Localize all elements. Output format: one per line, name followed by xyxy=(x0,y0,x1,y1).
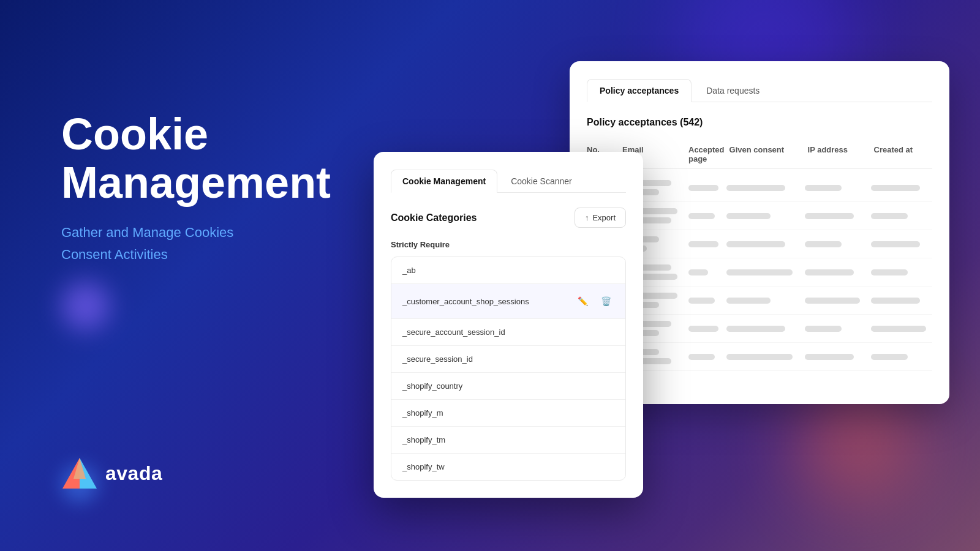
logo-area: avada xyxy=(61,457,162,490)
tab-cookie-scanner[interactable]: Cookie Scanner xyxy=(500,170,583,193)
ph-created xyxy=(871,269,908,276)
categories-title: Cookie Categories xyxy=(391,212,477,223)
cookie-name-shopify-country: _shopify_country xyxy=(402,381,462,391)
ph-ip xyxy=(805,241,842,247)
export-button[interactable]: ↑ Export xyxy=(575,208,626,228)
ph-ip xyxy=(805,326,842,332)
ph-consent xyxy=(726,326,785,332)
ph-ip xyxy=(805,213,854,219)
ph-page xyxy=(688,326,718,332)
cookie-item-shopify-tw[interactable]: _shopify_tw xyxy=(391,454,625,480)
strictly-required-label: Strictly Require xyxy=(391,240,626,249)
cookie-item-customer-account[interactable]: _customer_account_shop_sessions ✏️ 🗑️ xyxy=(391,284,625,319)
ph-ip xyxy=(805,298,860,304)
cookie-item-actions: ✏️ 🗑️ xyxy=(574,293,614,310)
ph-consent xyxy=(726,185,785,191)
ph-page xyxy=(688,298,715,304)
ph-created xyxy=(871,298,920,304)
cookie-tabs-row: Cookie Management Cookie Scanner xyxy=(391,169,626,193)
cookie-name-customer-account: _customer_account_shop_sessions xyxy=(402,297,529,306)
hero-section: Cookie Management Gather and Manage Cook… xyxy=(61,110,331,265)
ph-consent xyxy=(726,269,793,276)
cookie-item-shopify-tm[interactable]: _shopify_tm xyxy=(391,427,625,454)
ph-ip xyxy=(805,354,854,360)
ph-consent xyxy=(726,213,771,219)
hero-title-line1: Cookie xyxy=(61,110,208,159)
hero-subtitle-line1: Gather and Manage Cookies xyxy=(61,225,233,240)
cookie-name-shopify-tm: _shopify_tm xyxy=(402,435,445,444)
cookie-name-ab: _ab xyxy=(402,266,416,275)
hero-subtitle: Gather and Manage Cookies Consent Activi… xyxy=(61,222,331,264)
cookie-name-secure-session: _secure_session_id xyxy=(402,354,473,364)
col-given-consent: Given consent xyxy=(729,145,803,163)
tab-data-requests[interactable]: Data requests xyxy=(694,79,772,102)
ph-page xyxy=(688,213,715,219)
cookie-item-secure-session[interactable]: _secure_session_id xyxy=(391,346,625,373)
ph-created xyxy=(871,354,908,360)
ph-ip xyxy=(805,269,854,276)
ph-created xyxy=(871,185,920,191)
ph-page xyxy=(688,241,718,247)
decorative-blob-3 xyxy=(61,282,110,331)
ph-page xyxy=(688,185,718,191)
avada-logo-icon xyxy=(61,457,98,490)
delete-icon[interactable]: 🗑️ xyxy=(597,293,614,310)
hero-subtitle-line2: Consent Activities xyxy=(61,247,168,262)
cookie-item-ab[interactable]: _ab xyxy=(391,257,625,284)
ph-ip xyxy=(805,185,842,191)
ph-page xyxy=(688,269,708,276)
policy-heading: Policy acceptances (542) xyxy=(587,117,932,128)
tab-cookie-management[interactable]: Cookie Management xyxy=(391,170,497,193)
logo-text: avada xyxy=(105,462,162,485)
cookie-name-shopify-tw: _shopify_tw xyxy=(402,462,445,471)
ph-consent xyxy=(726,298,771,304)
cookie-management-card: Cookie Management Cookie Scanner Cookie … xyxy=(374,152,643,498)
cookie-item-shopify-country[interactable]: _shopify_country xyxy=(391,373,625,400)
export-icon: ↑ xyxy=(585,213,589,222)
cookie-card-header: Cookie Categories ↑ Export xyxy=(391,208,626,228)
hero-title-line2: Management xyxy=(61,158,331,207)
hero-title: Cookie Management xyxy=(61,110,331,207)
ph-page xyxy=(688,354,715,360)
cookie-list: _ab _customer_account_shop_sessions ✏️ 🗑… xyxy=(391,257,626,481)
ph-created xyxy=(871,326,926,332)
col-accepted-page: Accepted page xyxy=(688,145,725,163)
cookie-item-secure-account[interactable]: _secure_account_session_id xyxy=(391,319,625,346)
policy-tabs-row: Policy acceptances Data requests xyxy=(587,78,932,102)
tab-policy-acceptances[interactable]: Policy acceptances xyxy=(587,79,692,102)
ph-consent xyxy=(726,241,785,247)
ph-created xyxy=(871,241,920,247)
col-created-at: Created at xyxy=(874,145,935,163)
export-label: Export xyxy=(592,213,616,222)
edit-icon[interactable]: ✏️ xyxy=(574,293,591,310)
ph-created xyxy=(871,213,908,219)
cookie-name-shopify-m: _shopify_m xyxy=(402,408,443,418)
cookie-item-shopify-m[interactable]: _shopify_m xyxy=(391,400,625,427)
col-ip-address: IP address xyxy=(808,145,869,163)
cookie-name-secure-account: _secure_account_session_id xyxy=(402,328,505,337)
ph-consent xyxy=(726,354,793,360)
